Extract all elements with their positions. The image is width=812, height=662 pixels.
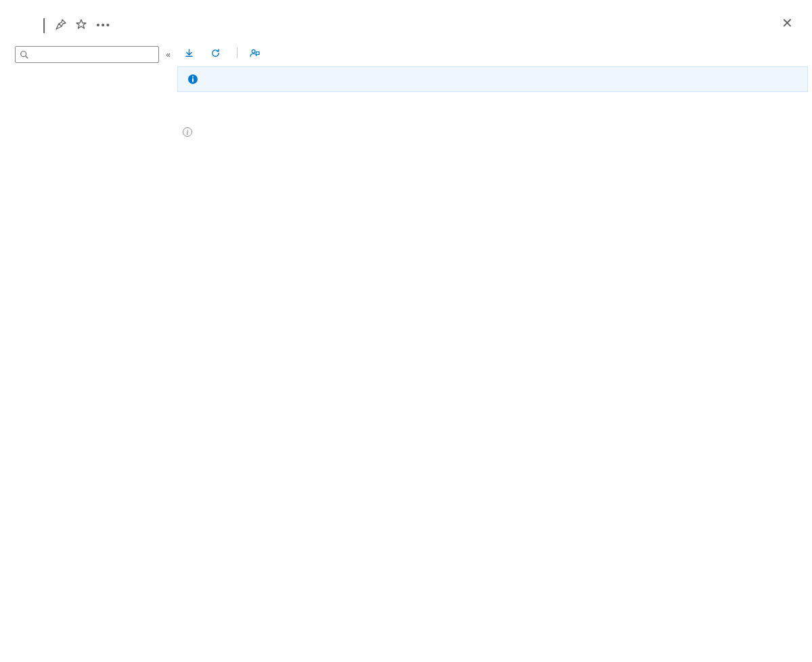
more-icon[interactable]: ••• (96, 19, 111, 30)
feedback-button[interactable] (250, 48, 264, 58)
info-icon[interactable]: i (183, 127, 192, 137)
search-icon (20, 50, 29, 60)
info-icon (187, 74, 198, 85)
command-bar (177, 43, 808, 66)
favorite-icon[interactable] (76, 19, 87, 30)
svg-point-2 (252, 49, 255, 53)
search-input[interactable] (33, 49, 154, 60)
page-header: | ••• ✕ (0, 11, 812, 43)
svg-rect-5 (192, 79, 194, 83)
associated-route-table-label: i (179, 127, 382, 137)
breadcrumb (0, 0, 812, 11)
refresh-button[interactable] (210, 48, 225, 58)
sidebar: « (0, 43, 177, 169)
collapse-sidebar-icon[interactable]: « (159, 47, 177, 62)
svg-line-1 (26, 56, 28, 58)
page-title: | (42, 15, 46, 34)
effective-routes-title (177, 149, 808, 156)
pin-icon[interactable] (55, 19, 66, 30)
resource-icon (15, 18, 34, 37)
close-icon[interactable]: ✕ (782, 15, 793, 31)
svg-point-4 (192, 76, 194, 77)
search-box[interactable] (15, 46, 159, 63)
toolbar-divider (237, 47, 238, 58)
info-banner (177, 66, 808, 92)
svg-point-0 (21, 51, 26, 56)
main-content: i (177, 43, 812, 169)
download-button[interactable] (184, 48, 198, 58)
